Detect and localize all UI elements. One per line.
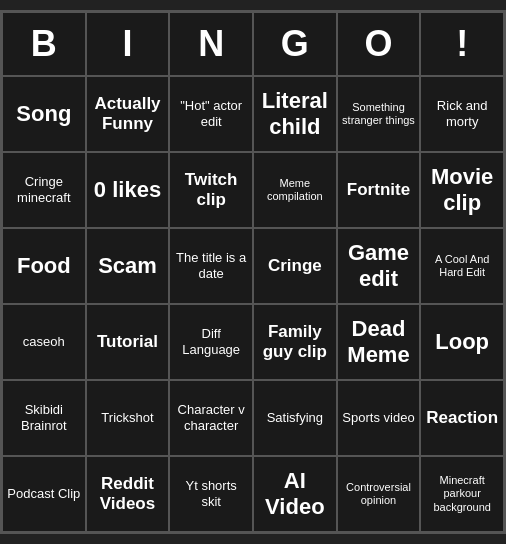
bingo-cell[interactable]: Cringe [253, 228, 337, 304]
bingo-cell[interactable]: Tutorial [86, 304, 170, 380]
bingo-cell[interactable]: Dead Meme [337, 304, 421, 380]
bingo-cell[interactable]: The title is a date [169, 228, 253, 304]
bingo-cell[interactable]: Movie clip [420, 152, 504, 228]
bingo-cell[interactable]: Minecraft parkour background [420, 456, 504, 532]
bingo-cell[interactable]: A Cool And Hard Edit [420, 228, 504, 304]
bingo-cell[interactable]: Podcast Clip [2, 456, 86, 532]
bingo-cell[interactable]: Game edit [337, 228, 421, 304]
bingo-cell[interactable]: caseoh [2, 304, 86, 380]
bingo-cell[interactable]: Twitch clip [169, 152, 253, 228]
header-letter: G [253, 12, 337, 76]
header-letter: I [86, 12, 170, 76]
bingo-cell[interactable]: Controversial opinion [337, 456, 421, 532]
bingo-cell[interactable]: Reaction [420, 380, 504, 456]
bingo-cell[interactable]: Scam [86, 228, 170, 304]
bingo-cell[interactable]: Character v character [169, 380, 253, 456]
bingo-header: BINGO! [2, 12, 504, 76]
bingo-cell[interactable]: Sports video [337, 380, 421, 456]
bingo-grid: SongActually Funny"Hot" actor editLitera… [2, 76, 504, 532]
bingo-cell[interactable]: Yt shorts skit [169, 456, 253, 532]
bingo-cell[interactable]: 0 likes [86, 152, 170, 228]
bingo-cell[interactable]: Something stranger things [337, 76, 421, 152]
bingo-card: BINGO! SongActually Funny"Hot" actor edi… [0, 10, 506, 534]
bingo-cell[interactable]: Song [2, 76, 86, 152]
bingo-cell[interactable]: Cringe minecraft [2, 152, 86, 228]
bingo-cell[interactable]: Reddit Videos [86, 456, 170, 532]
header-letter: B [2, 12, 86, 76]
bingo-cell[interactable]: Food [2, 228, 86, 304]
header-letter: ! [420, 12, 504, 76]
bingo-cell[interactable]: "Hot" actor edit [169, 76, 253, 152]
header-letter: N [169, 12, 253, 76]
bingo-cell[interactable]: Literal child [253, 76, 337, 152]
bingo-cell[interactable]: Family guy clip [253, 304, 337, 380]
bingo-cell[interactable]: Trickshot [86, 380, 170, 456]
header-letter: O [337, 12, 421, 76]
bingo-cell[interactable]: Meme compilation [253, 152, 337, 228]
bingo-cell[interactable]: Diff Language [169, 304, 253, 380]
bingo-cell[interactable]: Rick and morty [420, 76, 504, 152]
bingo-cell[interactable]: Loop [420, 304, 504, 380]
bingo-cell[interactable]: Satisfying [253, 380, 337, 456]
bingo-cell[interactable]: Skibidi Brainrot [2, 380, 86, 456]
bingo-cell[interactable]: Actually Funny [86, 76, 170, 152]
bingo-cell[interactable]: Fortnite [337, 152, 421, 228]
bingo-cell[interactable]: AI Video [253, 456, 337, 532]
